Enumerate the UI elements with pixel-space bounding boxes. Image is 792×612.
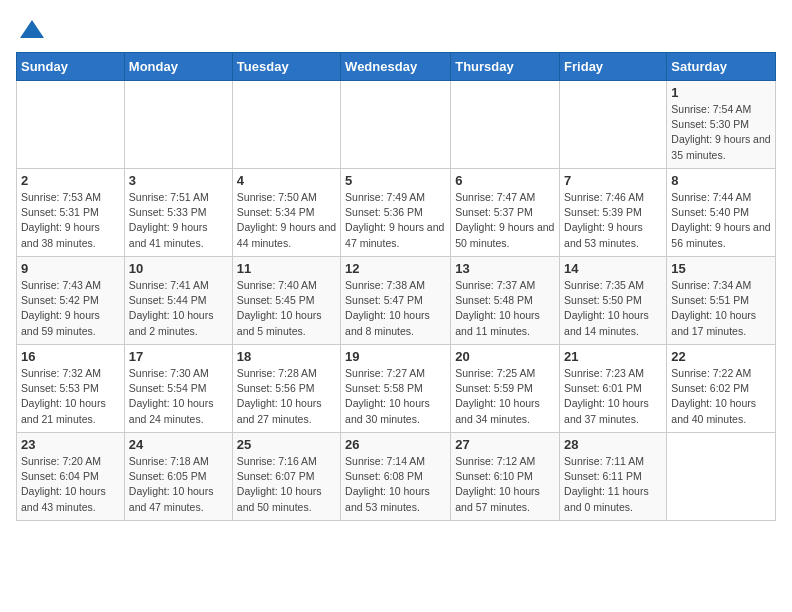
day-info: Sunrise: 7:11 AM Sunset: 6:11 PM Dayligh… (564, 454, 662, 515)
day-cell (232, 81, 340, 169)
day-info: Sunrise: 7:20 AM Sunset: 6:04 PM Dayligh… (21, 454, 120, 515)
day-info: Sunrise: 7:51 AM Sunset: 5:33 PM Dayligh… (129, 190, 228, 251)
day-info: Sunrise: 7:30 AM Sunset: 5:54 PM Dayligh… (129, 366, 228, 427)
day-cell: 24Sunrise: 7:18 AM Sunset: 6:05 PM Dayli… (124, 433, 232, 521)
day-number: 20 (455, 349, 555, 364)
day-info: Sunrise: 7:35 AM Sunset: 5:50 PM Dayligh… (564, 278, 662, 339)
header-row: SundayMondayTuesdayWednesdayThursdayFrid… (17, 53, 776, 81)
day-number: 16 (21, 349, 120, 364)
day-cell (124, 81, 232, 169)
day-number: 26 (345, 437, 446, 452)
day-cell: 8Sunrise: 7:44 AM Sunset: 5:40 PM Daylig… (667, 169, 776, 257)
day-number: 15 (671, 261, 771, 276)
day-cell (17, 81, 125, 169)
day-info: Sunrise: 7:23 AM Sunset: 6:01 PM Dayligh… (564, 366, 662, 427)
day-cell: 21Sunrise: 7:23 AM Sunset: 6:01 PM Dayli… (560, 345, 667, 433)
col-header-saturday: Saturday (667, 53, 776, 81)
day-cell: 5Sunrise: 7:49 AM Sunset: 5:36 PM Daylig… (341, 169, 451, 257)
day-cell: 19Sunrise: 7:27 AM Sunset: 5:58 PM Dayli… (341, 345, 451, 433)
col-header-monday: Monday (124, 53, 232, 81)
calendar-table: SundayMondayTuesdayWednesdayThursdayFrid… (16, 52, 776, 521)
day-number: 7 (564, 173, 662, 188)
day-info: Sunrise: 7:18 AM Sunset: 6:05 PM Dayligh… (129, 454, 228, 515)
day-cell: 18Sunrise: 7:28 AM Sunset: 5:56 PM Dayli… (232, 345, 340, 433)
week-row-2: 2Sunrise: 7:53 AM Sunset: 5:31 PM Daylig… (17, 169, 776, 257)
day-number: 10 (129, 261, 228, 276)
day-cell: 4Sunrise: 7:50 AM Sunset: 5:34 PM Daylig… (232, 169, 340, 257)
page-header (16, 16, 776, 44)
day-cell: 14Sunrise: 7:35 AM Sunset: 5:50 PM Dayli… (560, 257, 667, 345)
svg-marker-0 (20, 20, 44, 38)
day-cell: 15Sunrise: 7:34 AM Sunset: 5:51 PM Dayli… (667, 257, 776, 345)
day-cell (667, 433, 776, 521)
day-cell: 7Sunrise: 7:46 AM Sunset: 5:39 PM Daylig… (560, 169, 667, 257)
day-info: Sunrise: 7:50 AM Sunset: 5:34 PM Dayligh… (237, 190, 336, 251)
day-info: Sunrise: 7:49 AM Sunset: 5:36 PM Dayligh… (345, 190, 446, 251)
day-info: Sunrise: 7:46 AM Sunset: 5:39 PM Dayligh… (564, 190, 662, 251)
day-number: 25 (237, 437, 336, 452)
day-info: Sunrise: 7:32 AM Sunset: 5:53 PM Dayligh… (21, 366, 120, 427)
week-row-5: 23Sunrise: 7:20 AM Sunset: 6:04 PM Dayli… (17, 433, 776, 521)
week-row-4: 16Sunrise: 7:32 AM Sunset: 5:53 PM Dayli… (17, 345, 776, 433)
day-cell: 9Sunrise: 7:43 AM Sunset: 5:42 PM Daylig… (17, 257, 125, 345)
day-number: 1 (671, 85, 771, 100)
day-number: 14 (564, 261, 662, 276)
day-cell: 13Sunrise: 7:37 AM Sunset: 5:48 PM Dayli… (451, 257, 560, 345)
day-info: Sunrise: 7:27 AM Sunset: 5:58 PM Dayligh… (345, 366, 446, 427)
day-cell: 16Sunrise: 7:32 AM Sunset: 5:53 PM Dayli… (17, 345, 125, 433)
day-number: 6 (455, 173, 555, 188)
day-cell (341, 81, 451, 169)
day-number: 17 (129, 349, 228, 364)
day-number: 9 (21, 261, 120, 276)
col-header-tuesday: Tuesday (232, 53, 340, 81)
day-info: Sunrise: 7:34 AM Sunset: 5:51 PM Dayligh… (671, 278, 771, 339)
logo-icon (18, 16, 46, 44)
day-info: Sunrise: 7:44 AM Sunset: 5:40 PM Dayligh… (671, 190, 771, 251)
day-cell: 2Sunrise: 7:53 AM Sunset: 5:31 PM Daylig… (17, 169, 125, 257)
day-number: 11 (237, 261, 336, 276)
day-number: 3 (129, 173, 228, 188)
day-number: 22 (671, 349, 771, 364)
day-info: Sunrise: 7:16 AM Sunset: 6:07 PM Dayligh… (237, 454, 336, 515)
day-number: 18 (237, 349, 336, 364)
day-cell: 3Sunrise: 7:51 AM Sunset: 5:33 PM Daylig… (124, 169, 232, 257)
col-header-wednesday: Wednesday (341, 53, 451, 81)
day-cell: 28Sunrise: 7:11 AM Sunset: 6:11 PM Dayli… (560, 433, 667, 521)
day-cell: 10Sunrise: 7:41 AM Sunset: 5:44 PM Dayli… (124, 257, 232, 345)
day-number: 23 (21, 437, 120, 452)
day-info: Sunrise: 7:28 AM Sunset: 5:56 PM Dayligh… (237, 366, 336, 427)
day-number: 8 (671, 173, 771, 188)
day-info: Sunrise: 7:40 AM Sunset: 5:45 PM Dayligh… (237, 278, 336, 339)
day-cell: 1Sunrise: 7:54 AM Sunset: 5:30 PM Daylig… (667, 81, 776, 169)
day-info: Sunrise: 7:53 AM Sunset: 5:31 PM Dayligh… (21, 190, 120, 251)
day-number: 21 (564, 349, 662, 364)
day-number: 28 (564, 437, 662, 452)
day-info: Sunrise: 7:41 AM Sunset: 5:44 PM Dayligh… (129, 278, 228, 339)
day-cell: 26Sunrise: 7:14 AM Sunset: 6:08 PM Dayli… (341, 433, 451, 521)
day-cell (451, 81, 560, 169)
day-info: Sunrise: 7:38 AM Sunset: 5:47 PM Dayligh… (345, 278, 446, 339)
day-number: 12 (345, 261, 446, 276)
week-row-3: 9Sunrise: 7:43 AM Sunset: 5:42 PM Daylig… (17, 257, 776, 345)
day-cell: 20Sunrise: 7:25 AM Sunset: 5:59 PM Dayli… (451, 345, 560, 433)
day-cell: 27Sunrise: 7:12 AM Sunset: 6:10 PM Dayli… (451, 433, 560, 521)
day-info: Sunrise: 7:43 AM Sunset: 5:42 PM Dayligh… (21, 278, 120, 339)
day-number: 27 (455, 437, 555, 452)
day-info: Sunrise: 7:12 AM Sunset: 6:10 PM Dayligh… (455, 454, 555, 515)
day-number: 19 (345, 349, 446, 364)
day-number: 5 (345, 173, 446, 188)
col-header-sunday: Sunday (17, 53, 125, 81)
week-row-1: 1Sunrise: 7:54 AM Sunset: 5:30 PM Daylig… (17, 81, 776, 169)
day-info: Sunrise: 7:47 AM Sunset: 5:37 PM Dayligh… (455, 190, 555, 251)
day-cell: 17Sunrise: 7:30 AM Sunset: 5:54 PM Dayli… (124, 345, 232, 433)
day-cell: 25Sunrise: 7:16 AM Sunset: 6:07 PM Dayli… (232, 433, 340, 521)
day-info: Sunrise: 7:14 AM Sunset: 6:08 PM Dayligh… (345, 454, 446, 515)
day-number: 4 (237, 173, 336, 188)
day-info: Sunrise: 7:37 AM Sunset: 5:48 PM Dayligh… (455, 278, 555, 339)
day-number: 13 (455, 261, 555, 276)
col-header-thursday: Thursday (451, 53, 560, 81)
logo (16, 16, 46, 44)
col-header-friday: Friday (560, 53, 667, 81)
day-cell: 23Sunrise: 7:20 AM Sunset: 6:04 PM Dayli… (17, 433, 125, 521)
day-info: Sunrise: 7:25 AM Sunset: 5:59 PM Dayligh… (455, 366, 555, 427)
